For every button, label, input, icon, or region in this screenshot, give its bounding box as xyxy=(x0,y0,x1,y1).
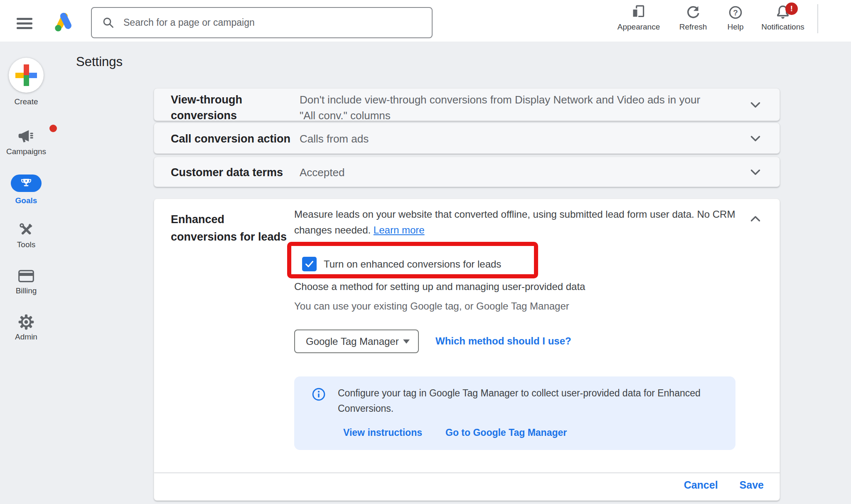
panel-description: Measure leads on your website that conve… xyxy=(294,207,735,238)
footer-divider xyxy=(154,472,780,473)
method-title: Choose a method for setting up and manag… xyxy=(294,281,585,293)
row-value: Don't include view-through conversions f… xyxy=(300,92,700,123)
row-call-conversion-action[interactable]: Call conversion action Calls from ads xyxy=(154,123,780,154)
panel-enhanced-conversions-for-leads: Enhanced conversions for leads Measure l… xyxy=(154,199,780,501)
page-title: Settings xyxy=(76,54,123,69)
sidebar-item-tools[interactable]: Tools xyxy=(0,221,52,249)
goals-active-pill xyxy=(11,175,42,192)
learn-more-link[interactable]: Learn more xyxy=(374,224,425,236)
search-icon xyxy=(102,16,115,30)
method-dropdown-value: Google Tag Manager xyxy=(306,336,403,347)
chevron-down-icon[interactable] xyxy=(748,131,763,146)
google-ads-logo-icon[interactable] xyxy=(50,9,76,35)
row-value: Calls from ads xyxy=(300,131,369,147)
go-to-gtm-link[interactable]: Go to Google Tag Manager xyxy=(445,427,567,438)
panel-label: Enhanced conversions for leads xyxy=(171,211,287,246)
credit-card-icon xyxy=(17,267,35,286)
checkmark-icon xyxy=(304,258,315,270)
gtm-info-box: Configure your tag in Google Tag Manager… xyxy=(294,376,735,450)
sidebar-item-create[interactable]: Create xyxy=(0,58,52,112)
row-customer-data-terms[interactable]: Customer data terms Accepted xyxy=(154,157,780,187)
row-label: Call conversion action xyxy=(171,131,290,147)
dropdown-caret-icon xyxy=(403,339,410,344)
checkbox-label: Turn on enhanced conversions for leads xyxy=(324,257,501,271)
row-label: Customer data terms xyxy=(171,165,283,180)
search-bar xyxy=(91,7,433,38)
cancel-button[interactable]: Cancel xyxy=(684,479,718,491)
search-input[interactable] xyxy=(123,17,415,29)
save-button[interactable]: Save xyxy=(740,479,764,491)
gear-icon xyxy=(17,313,35,332)
campaigns-alert-dot xyxy=(49,125,57,132)
menu-icon[interactable] xyxy=(17,18,32,30)
view-instructions-link[interactable]: View instructions xyxy=(343,427,422,438)
row-view-through-conversions[interactable]: View-through conversions Don't include v… xyxy=(154,88,780,121)
trophy-icon xyxy=(20,177,32,189)
sidebar-item-campaigns[interactable]: Campaigns xyxy=(0,128,52,156)
sidebar-item-admin[interactable]: Admin xyxy=(0,313,52,342)
chevron-down-icon[interactable] xyxy=(748,165,763,180)
info-text: Configure your tag in Google Tag Manager… xyxy=(338,386,701,416)
tools-icon xyxy=(17,221,35,240)
info-icon xyxy=(312,387,326,401)
which-method-link[interactable]: Which method should I use? xyxy=(435,335,571,347)
create-plus-icon xyxy=(9,58,44,93)
row-label: View-through conversions xyxy=(171,92,242,123)
svg-text:?: ? xyxy=(733,8,738,17)
bell-icon: ! xyxy=(750,4,816,21)
sidebar-item-billing[interactable]: Billing xyxy=(0,267,52,295)
method-subtitle: You can use your existing Google tag, or… xyxy=(294,300,569,312)
notification-badge: ! xyxy=(785,2,798,15)
row-value: Accepted xyxy=(300,165,344,180)
method-dropdown[interactable]: Google Tag Manager xyxy=(294,329,419,353)
top-bar: Appearance Refresh ? Help ! Notifica xyxy=(0,0,851,42)
topbar-divider xyxy=(817,4,818,33)
notifications-button[interactable]: ! Notifications xyxy=(750,4,816,32)
chevron-up-icon[interactable] xyxy=(748,211,763,226)
megaphone-icon xyxy=(17,128,35,147)
chevron-down-icon[interactable] xyxy=(748,98,763,113)
enhanced-conversions-checkbox[interactable] xyxy=(302,257,317,271)
